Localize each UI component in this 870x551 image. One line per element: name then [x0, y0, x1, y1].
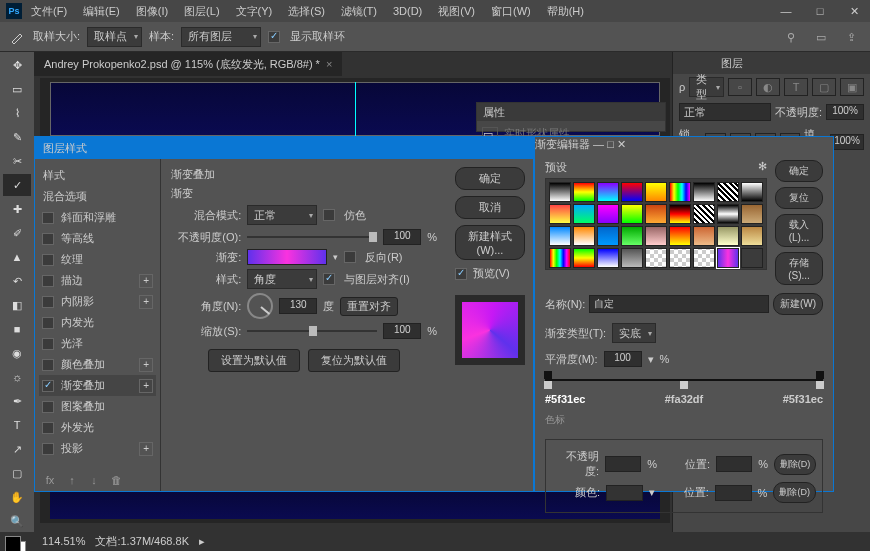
- blend-mode-dropdown[interactable]: 正常: [679, 103, 771, 121]
- menu-view[interactable]: 视图(V): [431, 2, 482, 21]
- inner-shadow-add[interactable]: +: [139, 295, 153, 309]
- color-swatch[interactable]: [3, 536, 31, 551]
- menu-window[interactable]: 窗口(W): [484, 2, 538, 21]
- shape-tool[interactable]: ▢: [3, 462, 31, 484]
- angle-input[interactable]: 130: [279, 298, 317, 314]
- new-style-button[interactable]: 新建样式(W)...: [455, 225, 525, 260]
- document-tab[interactable]: Andrey Prokopenko2.psd @ 115% (底纹发光, RGB…: [34, 52, 342, 76]
- ge-load-button[interactable]: 载入(L)...: [775, 214, 823, 247]
- gradient-type-select[interactable]: 实底: [612, 323, 656, 343]
- stop-loc-input[interactable]: [716, 456, 752, 472]
- dialog-close[interactable]: ✕: [617, 138, 626, 150]
- show-ring-checkbox[interactable]: [268, 31, 280, 43]
- styles-header[interactable]: 样式: [39, 165, 156, 186]
- opacity-input[interactable]: 100: [383, 229, 421, 245]
- minimize-button[interactable]: —: [770, 1, 802, 21]
- filter-smart-icon[interactable]: ▣: [840, 78, 864, 96]
- menu-filter[interactable]: 滤镜(T): [334, 2, 384, 21]
- crop-tool[interactable]: ✂: [3, 150, 31, 172]
- move-tool[interactable]: ✥: [3, 54, 31, 76]
- menu-layer[interactable]: 图层(L): [177, 2, 226, 21]
- gradient-tool[interactable]: ■: [3, 318, 31, 340]
- name-input[interactable]: [589, 295, 769, 313]
- filter-adj-icon[interactable]: ◐: [756, 78, 780, 96]
- gradient-overlay-checkbox[interactable]: [42, 380, 54, 392]
- zoom-tool[interactable]: 🔍: [3, 510, 31, 532]
- menu-3d[interactable]: 3D(D): [386, 3, 429, 19]
- sample-size-dropdown[interactable]: 取样点: [87, 27, 142, 47]
- arrow-up-icon[interactable]: ↑: [63, 474, 81, 488]
- color-overlay-add[interactable]: +: [139, 358, 153, 372]
- smoothness-input[interactable]: 100: [604, 351, 642, 367]
- layer-kind-dropdown[interactable]: 类型: [689, 77, 724, 97]
- menu-image[interactable]: 图像(I): [129, 2, 175, 21]
- filter-pixel-icon[interactable]: ▫: [728, 78, 752, 96]
- reset-default-button[interactable]: 复位为默认值: [308, 349, 400, 372]
- arrow-down-icon[interactable]: ↓: [85, 474, 103, 488]
- ge-cancel-button[interactable]: 复位: [775, 187, 823, 209]
- texture-checkbox[interactable]: [42, 254, 54, 266]
- pattern-overlay-label[interactable]: 图案叠加: [61, 399, 105, 414]
- angle-dial[interactable]: [247, 293, 273, 319]
- align-checkbox[interactable]: [323, 273, 335, 285]
- maximize-button[interactable]: □: [804, 1, 836, 21]
- preset-grid[interactable]: [545, 178, 767, 270]
- layer-opacity-value[interactable]: 100%: [826, 104, 864, 120]
- menu-type[interactable]: 文字(Y): [229, 2, 280, 21]
- frame-icon[interactable]: ▭: [808, 26, 834, 48]
- color-overlay-checkbox[interactable]: [42, 359, 54, 371]
- color-stop-right[interactable]: [816, 381, 824, 389]
- blend-mode-select[interactable]: 正常: [247, 205, 317, 225]
- lasso-tool[interactable]: ⌇: [3, 102, 31, 124]
- menu-file[interactable]: 文件(F): [24, 2, 74, 21]
- stroke-label[interactable]: 描边: [61, 273, 83, 288]
- dodge-tool[interactable]: ☼: [3, 366, 31, 388]
- satin-checkbox[interactable]: [42, 338, 54, 350]
- cancel-button[interactable]: 取消: [455, 196, 525, 219]
- eraser-tool[interactable]: ◧: [3, 294, 31, 316]
- healing-tool[interactable]: ✚: [3, 198, 31, 220]
- marquee-tool[interactable]: ▭: [3, 78, 31, 100]
- share-icon[interactable]: ⇪: [838, 26, 864, 48]
- zoom-level[interactable]: 114.51%: [42, 535, 85, 547]
- drop-shadow-checkbox[interactable]: [42, 443, 54, 455]
- ok-button[interactable]: 确定: [455, 167, 525, 190]
- opacity-slider[interactable]: [247, 231, 377, 243]
- hand-tool[interactable]: ✋: [3, 486, 31, 508]
- outer-glow-label[interactable]: 外发光: [61, 420, 94, 435]
- menu-select[interactable]: 选择(S): [281, 2, 332, 21]
- style-select[interactable]: 角度: [247, 269, 317, 289]
- pattern-overlay-checkbox[interactable]: [42, 401, 54, 413]
- ge-save-button[interactable]: 存储(S)...: [775, 252, 823, 285]
- stroke-add[interactable]: +: [139, 274, 153, 288]
- contour-checkbox[interactable]: [42, 233, 54, 245]
- stop-color-swatch[interactable]: [606, 485, 643, 501]
- inner-glow-label[interactable]: 内发光: [61, 315, 94, 330]
- new-gradient-button[interactable]: 新建(W): [773, 293, 823, 315]
- dither-checkbox[interactable]: [323, 209, 335, 221]
- scale-slider[interactable]: [247, 325, 377, 337]
- ge-ok-button[interactable]: 确定: [775, 160, 823, 182]
- eyedropper-tool[interactable]: ✓: [3, 174, 31, 196]
- gradient-bar[interactable]: [545, 379, 823, 381]
- history-brush-tool[interactable]: ↶: [3, 270, 31, 292]
- pen-tool[interactable]: ✒: [3, 390, 31, 412]
- fx-icon[interactable]: fx: [41, 474, 59, 488]
- type-tool[interactable]: T: [3, 414, 31, 436]
- satin-label[interactable]: 光泽: [61, 336, 83, 351]
- presets-gear-icon[interactable]: ✻: [758, 160, 767, 175]
- gradient-overlay-label[interactable]: 渐变叠加: [61, 378, 105, 393]
- bevel-label[interactable]: 斜面和浮雕: [61, 210, 116, 225]
- gradient-overlay-add[interactable]: +: [139, 379, 153, 393]
- quick-select-tool[interactable]: ✎: [3, 126, 31, 148]
- inner-glow-checkbox[interactable]: [42, 317, 54, 329]
- outer-glow-checkbox[interactable]: [42, 422, 54, 434]
- menu-help[interactable]: 帮助(H): [540, 2, 591, 21]
- close-button[interactable]: ✕: [838, 1, 870, 21]
- fill-value[interactable]: 100%: [830, 134, 864, 150]
- delete-color-stop[interactable]: 删除(D): [773, 482, 816, 503]
- preview-checkbox[interactable]: [455, 268, 467, 280]
- dialog-minimize[interactable]: —: [593, 138, 604, 150]
- path-tool[interactable]: ↗: [3, 438, 31, 460]
- inner-shadow-label[interactable]: 内阴影: [61, 294, 94, 309]
